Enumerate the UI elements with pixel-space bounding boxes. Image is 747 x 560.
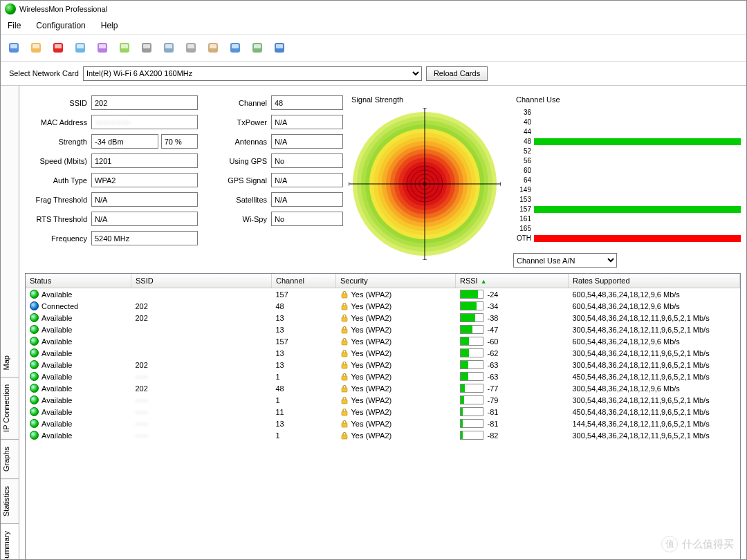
lock-icon [340, 349, 349, 357]
label-frag-threshold: Frag Threshold [25, 196, 91, 204]
lock-icon [340, 302, 349, 310]
table-row[interactable]: Connected20248Yes (WPA2)-34600,54,48,36,… [26, 300, 740, 312]
channel-row-56: 56 [513, 156, 741, 166]
menu-help[interactable]: Help [98, 19, 121, 32]
svg-rect-51 [342, 306, 347, 310]
table-row[interactable]: Available······13Yes (WPA2)-81144,54,48,… [26, 418, 740, 429]
status-icon [30, 419, 39, 428]
col-security[interactable]: Security [336, 274, 456, 288]
network-list[interactable]: StatusSSIDChannelSecurityRSSI▲Rates Supp… [25, 273, 741, 560]
channel-row-165: 165 [513, 224, 741, 234]
status-icon [30, 301, 39, 310]
table-row[interactable]: Available20248Yes (WPA2)-77300,54,48,36,… [26, 382, 740, 394]
tab-ip-connection[interactable]: IP Connection [1, 377, 19, 440]
reload-cards-button[interactable]: Reload Cards [426, 66, 488, 81]
channel-row-161: 161 [513, 214, 741, 224]
channel-use-dropdown[interactable]: Channel Use A/N [513, 253, 617, 268]
table-row[interactable]: Available13Yes (WPA2)-62300,54,48,36,24,… [26, 347, 740, 359]
lock-icon [340, 361, 349, 369]
menu-configuration[interactable]: Configuration [33, 19, 88, 32]
tab-map[interactable]: Map [1, 348, 19, 377]
table-row[interactable]: Available157Yes (WPA2)-60600,54,48,36,24… [26, 335, 740, 347]
copy-icon[interactable] [182, 39, 200, 57]
help-icon[interactable] [270, 39, 288, 57]
lock-icon [340, 290, 349, 299]
value-rts-threshold [91, 212, 198, 226]
value-frag-threshold [91, 192, 198, 207]
svg-rect-9 [99, 44, 106, 48]
nic2-icon[interactable] [93, 39, 111, 57]
table-row[interactable]: Available20213Yes (WPA2)-63300,54,48,36,… [26, 359, 740, 371]
value-wi-spy [271, 212, 343, 226]
value-txpower [271, 115, 343, 129]
nic1-icon[interactable] [71, 39, 89, 57]
table-row[interactable]: Available157Yes (WPA2)-24600,54,48,36,24… [26, 288, 740, 301]
label-gps-signal: GPS Signal [205, 176, 271, 185]
menubar: FileConfigurationHelp [1, 17, 746, 34]
tab-graphs[interactable]: Graphs [1, 440, 19, 479]
rssi-bar [460, 431, 483, 440]
status-icon [30, 313, 39, 322]
label-antennas: Antennas [205, 138, 271, 146]
network-card-select[interactable]: Intel(R) Wi-Fi 6 AX200 160MHz [83, 66, 422, 81]
channel-row-149: 149 [513, 185, 741, 195]
lock-icon [340, 431, 349, 440]
table-row[interactable]: Available20213Yes (WPA2)-38300,54,48,36,… [26, 312, 740, 324]
svg-rect-54 [342, 341, 347, 345]
value-channel [271, 95, 343, 110]
value-satellites [271, 192, 343, 207]
tab-statistics[interactable]: Statistics [1, 479, 19, 524]
value-auth-type [91, 173, 198, 187]
svg-rect-52 [342, 317, 347, 321]
paste-icon[interactable] [204, 39, 222, 57]
network-card-row: Select Network Card Intel(R) Wi-Fi 6 AX2… [1, 62, 746, 86]
svg-rect-25 [276, 44, 283, 48]
table-row[interactable]: Available13Yes (WPA2)-47300,54,48,36,24,… [26, 324, 740, 335]
rssi-bar [460, 419, 483, 428]
lock-icon [340, 314, 349, 322]
lock-icon [340, 420, 349, 428]
export-icon[interactable] [138, 39, 156, 57]
vertical-tabs: SummaryStatisticsGraphsIP ConnectionMap [1, 86, 19, 560]
channel-row-36: 36 [513, 108, 741, 118]
print-icon[interactable] [160, 39, 178, 57]
svg-rect-13 [143, 44, 150, 48]
lock-icon [340, 384, 349, 393]
rssi-bar [460, 325, 483, 334]
status-icon [30, 384, 39, 393]
channel-row-OTH: OTH [513, 234, 741, 243]
col-ssid[interactable]: SSID [131, 274, 272, 288]
status-icon [30, 290, 39, 299]
lock-icon [340, 337, 349, 346]
table-row[interactable]: Available······1Yes (WPA2)-82300,54,48,3… [26, 429, 740, 441]
table-row[interactable]: Available······1Yes (WPA2)-63450,54,48,3… [26, 371, 740, 382]
tab-summary[interactable]: Summary [1, 524, 19, 560]
value-antennas [271, 134, 343, 149]
col-rates-supported[interactable]: Rates Supported [569, 274, 740, 288]
lock-icon [340, 373, 349, 381]
rssi-bar [460, 290, 483, 299]
channel-row-64: 64 [513, 176, 741, 185]
folder-icon[interactable] [27, 39, 45, 57]
toolbar [1, 34, 746, 62]
svg-rect-59 [342, 400, 347, 404]
save-icon[interactable] [5, 39, 23, 57]
status-icon [30, 337, 39, 346]
svg-rect-15 [165, 44, 172, 48]
col-status[interactable]: Status [26, 274, 131, 288]
signal-radar [349, 108, 508, 261]
globe-icon[interactable] [226, 39, 244, 57]
table-row[interactable]: Available······11Yes (WPA2)-81450,54,48,… [26, 406, 740, 418]
channel-row-153: 153 [513, 195, 741, 205]
menu-file[interactable]: File [5, 19, 24, 32]
table-row[interactable]: Available······1Yes (WPA2)-79300,54,48,3… [26, 394, 740, 406]
svg-rect-23 [254, 44, 261, 48]
col-channel[interactable]: Channel [272, 274, 336, 288]
nic3-icon[interactable] [116, 39, 133, 57]
col-rssi[interactable]: RSSI▲ [456, 274, 569, 288]
signal-strength-title: Signal Strength [351, 95, 508, 104]
target-icon[interactable] [49, 39, 67, 57]
refresh-icon[interactable] [248, 39, 266, 57]
channel-use-title: Channel Use [516, 95, 741, 104]
channel-row-44: 44 [513, 127, 741, 137]
